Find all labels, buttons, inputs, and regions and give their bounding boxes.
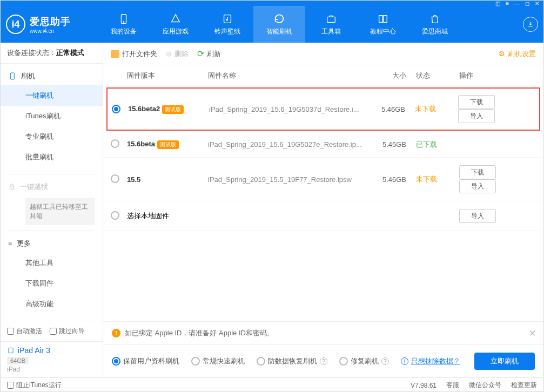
firmware-row[interactable]: 15.5iPad_Spring_2019_15.5_19F77_Restore.… [103,158,543,201]
open-folder-button[interactable]: 打开文件夹 [111,49,157,59]
firmware-row[interactable]: 选择本地固件导入 [103,201,543,231]
fw-version: 15.6beta2测试版 [128,105,209,114]
flash-now-button[interactable]: 立即刷机 [474,353,535,370]
sidebar-item-downloadfw[interactable]: 下载固件 [1,273,103,294]
fw-size: 5.46GB [368,175,406,184]
device-type: iPad [7,366,96,373]
sidebar-item-itunes[interactable]: iTunes刷机 [1,106,103,126]
skip-guide-checkbox[interactable]: 跳过向导 [50,327,85,336]
jailbreak-note: 越狱工具已转移至工具箱 [25,198,95,225]
sidebar-item-oneclick[interactable]: 一键刷机 [1,85,103,106]
fw-filename: iPad_Spring_2019_15.5_19F77_Restore.ipsw [208,175,368,184]
download-button[interactable]: 下载 [458,95,495,109]
phone-icon [118,13,130,25]
download-manager-icon[interactable] [523,17,538,32]
firmware-row[interactable]: 15.6beta测试版iPad_Spring_2019_15.6_19G5027… [103,132,543,158]
import-button[interactable]: 导入 [459,179,496,193]
radio-icon[interactable] [111,174,119,183]
help-icon[interactable]: ? [381,357,389,365]
warning-icon: ! [112,329,120,337]
close-icon[interactable]: ✕ [535,1,539,6]
sidebar-head-jailbreak: 一键越狱 [1,178,103,196]
col-size: 大小 [368,71,406,80]
titlebar-menu-icon[interactable]: ≡ [506,1,509,6]
flash-options: 保留用户资料刷机 常规快速刷机 防数据恢复刷机? 修复刷机? i只想抹除数据？ … [103,344,543,377]
nav-ringtones[interactable]: 铃声壁纸 [202,6,253,43]
statusbar: 阻止iTunes运行 V7.98.61 客服 微信公众号 检查更新 [1,377,543,392]
radio-icon [339,357,348,366]
sidebar-item-advanced[interactable]: 高级功能 [1,294,103,314]
titlebar-skin-icon[interactable]: ◫ [495,1,500,6]
radio-icon [257,357,265,366]
nav-tutorials[interactable]: 教程中心 [357,6,409,43]
nav-apps[interactable]: 应用游戏 [150,6,202,43]
radio-icon [112,357,120,366]
toolbox-icon [325,13,337,25]
radio-icon[interactable] [111,139,119,148]
radio-icon[interactable] [112,105,120,113]
check-update-link[interactable]: 检查更新 [511,381,537,390]
device-info: iPad Air 3 64GB iPad [1,341,103,377]
device-storage: 64GB [7,357,29,364]
sidebar: 设备连接状态：正常模式 刷机 一键刷机 iTunes刷机 专业刷机 批量刷机 一… [1,43,103,377]
radio-icon[interactable] [111,211,119,220]
alert-close-icon[interactable]: ✕ [529,328,536,339]
alert-bar: ! 如已绑定 Apple ID，请准备好 Apple ID和密码。 ✕ [103,322,543,344]
bag-icon [429,13,441,25]
help-icon[interactable]: ? [320,357,327,365]
maximize-icon[interactable]: ◻ [525,1,529,6]
firmware-row[interactable]: 15.6beta2测试版iPad_Spring_2019_15.6_19G503… [106,87,540,131]
app-url: www.i4.cn [30,28,71,34]
sidebar-item-othertools[interactable]: 其他工具 [1,253,103,273]
refresh-icon [273,13,285,25]
refresh-button[interactable]: ⟳刷新 [197,49,221,59]
gear-icon: ⚙ [499,50,505,58]
version-label: V7.98.61 [411,382,436,389]
device-name[interactable]: iPad Air 3 [7,346,96,355]
sidebar-head-more[interactable]: ≡ 更多 [1,234,103,253]
col-name: 固件名称 [208,71,368,80]
erase-link[interactable]: i只想抹除数据？ [401,356,460,366]
wechat-link[interactable]: 微信公众号 [469,381,501,390]
header: i4 爱思助手 www.i4.cn 我的设备 应用游戏 铃声壁纸 智能刷机 工具… [1,6,543,43]
download-button[interactable]: 下载 [459,165,496,179]
import-button[interactable]: 导入 [459,209,496,223]
nav-my-device[interactable]: 我的设备 [98,6,150,43]
logo: i4 爱思助手 www.i4.cn [6,15,98,34]
block-itunes-checkbox[interactable]: 阻止iTunes运行 [7,381,62,390]
alert-text: 如已绑定 Apple ID，请准备好 Apple ID和密码。 [125,328,274,338]
nav-store[interactable]: 爱思商城 [409,6,461,43]
nav-toolbox[interactable]: 工具箱 [305,6,357,43]
local-firmware-label: 选择本地固件 [127,211,449,221]
minimize-icon[interactable]: — [514,1,520,6]
col-version: 固件版本 [127,71,208,80]
nav-smart-flash[interactable]: 智能刷机 [253,6,305,43]
fw-ops: 下载导入 [449,165,536,193]
import-button[interactable]: 导入 [458,109,495,123]
flash-settings-button[interactable]: ⚙刷机设置 [499,49,536,59]
sidebar-item-pro[interactable]: 专业刷机 [1,126,103,147]
opt-antirecover[interactable]: 防数据恢复刷机? [257,356,327,366]
music-icon [221,13,233,25]
auto-activate-checkbox[interactable]: 自动激活 [7,327,42,336]
opt-normal[interactable]: 常规快速刷机 [191,356,245,366]
fw-size: 5.46GB [367,105,405,113]
sidebar-item-batch[interactable]: 批量刷机 [1,147,103,167]
fw-status: 已下载 [406,140,449,150]
fw-filename: iPad_Spring_2019_15.6_19G5027e_Restore.i… [208,140,368,148]
delete-button[interactable]: ⊘删除 [166,49,189,59]
info-icon: i [401,357,408,365]
svg-point-1 [123,21,124,22]
svg-point-3 [226,19,228,21]
apps-icon [170,13,182,25]
more-icon: ≡ [8,239,12,247]
custservice-link[interactable]: 客服 [446,381,459,390]
col-status: 状态 [406,71,449,80]
refresh-icon: ⟳ [197,49,204,59]
sidebar-head-flash[interactable]: 刷机 [1,67,103,85]
fw-size: 5.45GB [368,140,406,148]
opt-keep-data[interactable]: 保留用户资料刷机 [112,356,179,366]
svg-rect-6 [10,186,14,189]
opt-repair[interactable]: 修复刷机? [339,356,389,366]
fw-filename: iPad_Spring_2019_15.6_19G5037d_Restore.i… [209,105,367,113]
